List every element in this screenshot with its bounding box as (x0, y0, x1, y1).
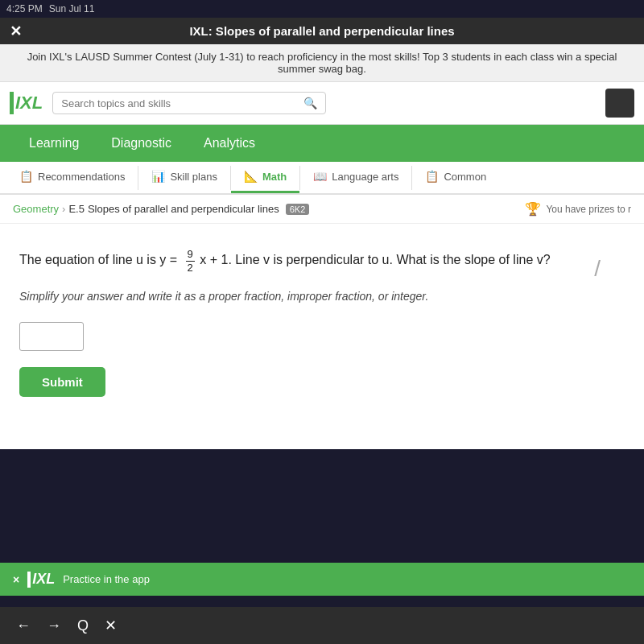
status-time: 4:25 PM (6, 3, 43, 14)
status-date: Sun Jul 11 (49, 3, 95, 14)
tab-language-arts[interactable]: 📖 Language arts (300, 162, 411, 193)
skill-plans-icon: 📊 (151, 170, 165, 183)
fraction-numerator: 9 (186, 248, 195, 262)
bottom-app-bar[interactable]: × IXL Practice in the app (0, 563, 644, 596)
banner-text: Join IXL's LAUSD Summer Contest (July 1-… (27, 51, 617, 75)
answer-input[interactable] (19, 322, 84, 351)
logo-text: IXL (15, 93, 43, 114)
question-intro: The equation of line u is y = (19, 253, 177, 266)
bottom-bar-label: Practice in the app (63, 573, 150, 585)
tab-language-arts-label: Language arts (332, 171, 398, 183)
tab-math[interactable]: 📐 Math (231, 162, 299, 193)
breadcrumb-separator: › (62, 203, 65, 215)
browser-navigation: ← → Q ✕ (0, 607, 644, 644)
fraction: 9 2 (186, 248, 195, 274)
question-area: / The equation of line u is y = 9 2 x + … (19, 248, 625, 397)
tab-common[interactable]: 📋 Common (412, 162, 499, 193)
refresh-button[interactable]: Q (77, 617, 89, 634)
grade-badge: 6K2 (286, 204, 310, 215)
math-icon: 📐 (244, 170, 258, 183)
main-content: / The equation of line u is y = 9 2 x + … (0, 224, 644, 449)
promotion-banner: Join IXL's LAUSD Summer Contest (July 1-… (0, 44, 644, 82)
ixl-logo[interactable]: IXL (10, 92, 43, 114)
prizes-notice[interactable]: 🏆 You have prizes to r (525, 201, 631, 217)
fraction-denominator: 2 (186, 262, 195, 275)
decorative-slash: / (594, 256, 601, 282)
breadcrumb-subject[interactable]: Geometry (13, 203, 59, 215)
bottom-logo-bar (27, 572, 31, 588)
bottom-bar-close-button[interactable]: × (13, 573, 19, 586)
prizes-text: You have prizes to r (546, 204, 631, 215)
tab-recommendations[interactable]: 📋 Recommendations (6, 162, 138, 193)
user-avatar[interactable] (605, 89, 634, 118)
nav-close-button[interactable]: ✕ (105, 617, 117, 634)
status-bar: 4:25 PM Sun Jul 11 (0, 0, 644, 18)
tab-common-label: Common (444, 171, 486, 183)
forward-button[interactable]: → (47, 617, 61, 634)
sub-tabs-bar: 📋 Recommendations 📊 Skill plans 📐 Math 📖… (0, 162, 644, 195)
browser-chrome: ✕ IXL: Slopes of parallel and perpendicu… (0, 18, 644, 44)
trophy-icon: 🏆 (525, 201, 541, 217)
instruction-text: Simplify your answer and write it as a p… (19, 290, 625, 303)
search-box[interactable]: 🔍 (52, 92, 326, 114)
browser-close-button[interactable]: ✕ (10, 23, 22, 40)
submit-button[interactable]: Submit (19, 367, 105, 397)
nav-item-diagnostic[interactable]: Diagnostic (95, 125, 188, 162)
recommendations-icon: 📋 (19, 170, 33, 183)
nav-item-analytics[interactable]: Analytics (188, 125, 271, 162)
ixl-header: IXL 🔍 (0, 82, 644, 125)
breadcrumb-skill-name: Slopes of parallel and perpendicular lin… (88, 203, 279, 215)
question-after-fraction: x + 1. Line v is perpendicular to u. Wha… (200, 253, 550, 266)
logo-bar (10, 92, 14, 114)
browser-title: IXL: Slopes of parallel and perpendicula… (189, 24, 454, 38)
question-text: The equation of line u is y = 9 2 x + 1.… (19, 248, 625, 274)
tab-skill-plans[interactable]: 📊 Skill plans (138, 162, 230, 193)
main-nav-bar: Learning Diagnostic Analytics (0, 125, 644, 162)
breadcrumb: Geometry › E.5 Slopes of parallel and pe… (13, 203, 309, 215)
bottom-logo-text: IXL (32, 571, 55, 588)
tab-math-label: Math (262, 171, 287, 183)
breadcrumb-skill-code: E.5 (68, 203, 85, 215)
back-button[interactable]: ← (16, 617, 31, 634)
nav-item-learning[interactable]: Learning (13, 125, 95, 162)
common-icon: 📋 (425, 170, 439, 183)
tab-recommendations-label: Recommendations (38, 171, 125, 183)
breadcrumb-bar: Geometry › E.5 Slopes of parallel and pe… (0, 195, 644, 224)
search-input[interactable] (61, 97, 303, 109)
bottom-bar-logo: IXL (27, 571, 55, 588)
language-arts-icon: 📖 (313, 170, 327, 183)
tab-skill-plans-label: Skill plans (170, 171, 217, 183)
search-icon: 🔍 (303, 97, 317, 109)
